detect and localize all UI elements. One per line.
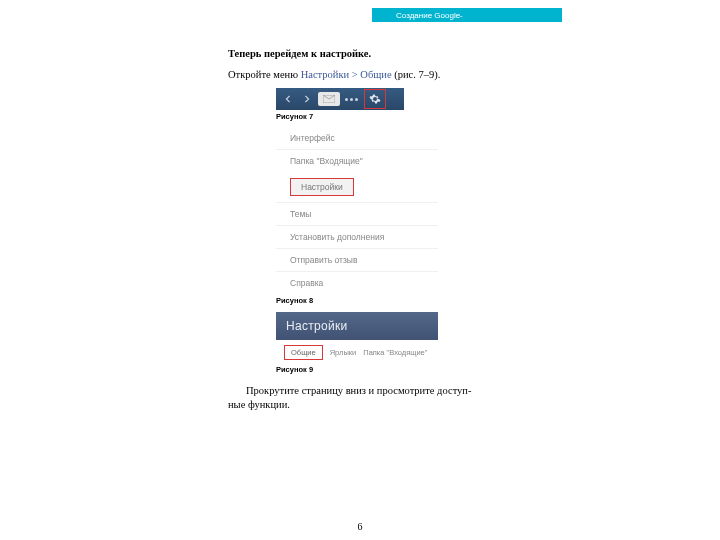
menu-item: Справка xyxy=(276,271,438,294)
intro-instruction: Откройте меню Настройки > Общие (рис. 7–… xyxy=(228,69,548,80)
apps-icon xyxy=(343,91,359,107)
page-number: 6 xyxy=(0,521,720,532)
menu-item: Интерфейс xyxy=(276,127,438,149)
page-content: Теперь перейдем к настройке. Откройте ме… xyxy=(228,48,548,412)
settings-gear-highlighted xyxy=(364,89,386,109)
menu-item: Темы xyxy=(276,202,438,225)
tab-item: Папка "Входящие" xyxy=(363,348,427,357)
settings-title: Настройки xyxy=(276,312,438,340)
settings-page-header: Настройки Общие Ярлыки Папка "Входящие" xyxy=(276,312,438,363)
figure-8-caption: Рисунок 8 xyxy=(276,297,320,305)
menu-item-settings-highlighted: Настройки xyxy=(276,174,438,200)
menu-item: Установить дополнения xyxy=(276,226,438,248)
tab-item: Ярлыки xyxy=(330,348,357,357)
page-header-text: Создание Google- xyxy=(396,11,463,20)
settings-dropdown-menu: Интерфейс Папка "Входящие" Настройки Тем… xyxy=(276,127,438,294)
menu-item: Папка "Входящие" xyxy=(276,149,438,172)
settings-tabs: Общие Ярлыки Папка "Входящие" xyxy=(276,340,438,363)
figure-7 xyxy=(276,88,548,110)
page-header-bar: Создание Google- xyxy=(372,8,562,22)
tab-general-highlighted: Общие xyxy=(284,345,323,360)
gmail-toolbar xyxy=(276,88,404,110)
menu-path-link: Настройки > Общие xyxy=(301,69,392,80)
mail-icon xyxy=(318,92,340,106)
figure-9: Настройки Общие Ярлыки Папка "Входящие" xyxy=(276,312,548,363)
closing-paragraph: Прокрутите страницу вниз и просмотрите д… xyxy=(228,384,548,412)
menu-item: Отправить отзыв xyxy=(276,248,438,271)
figure-8: Интерфейс Папка "Входящие" Настройки Тем… xyxy=(276,127,548,294)
figure-9-caption: Рисунок 9 xyxy=(276,366,320,374)
forward-icon xyxy=(299,91,315,107)
back-icon xyxy=(280,91,296,107)
intro-bold: Теперь перейдем к настройке. xyxy=(228,48,548,59)
figure-7-caption: Рисунок 7 xyxy=(276,113,320,121)
